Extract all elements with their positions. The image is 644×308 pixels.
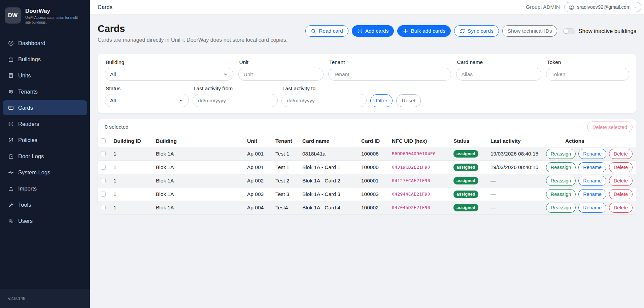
sidebar-item-label: Imports bbox=[18, 185, 37, 192]
sidebar-item-readers[interactable]: Readers bbox=[3, 116, 87, 131]
cell-status: assigned bbox=[453, 164, 490, 171]
button-label: Bulk add cards bbox=[411, 28, 445, 34]
cell-unit: Ap 004 bbox=[247, 205, 275, 211]
cell-actions: ReassignRenameDelete bbox=[565, 162, 633, 172]
sidebar-item-label: Buildings bbox=[18, 56, 41, 63]
delete-button[interactable]: Delete bbox=[609, 176, 633, 186]
sidebar-item-tenants[interactable]: Tenants bbox=[3, 84, 87, 99]
cell-nfc-uid: 047045D2E21F90 bbox=[392, 205, 453, 210]
status-badge: assigned bbox=[453, 150, 478, 158]
rename-button[interactable]: Rename bbox=[578, 162, 606, 172]
row-checkbox[interactable] bbox=[101, 178, 106, 183]
cell-unit: Ap 001 bbox=[247, 164, 275, 170]
cell-status: assigned bbox=[453, 150, 490, 158]
status-badge: assigned bbox=[453, 164, 478, 171]
sidebar-item-cards[interactable]: Cards bbox=[3, 100, 87, 115]
reassign-button[interactable]: Reassign bbox=[546, 162, 576, 172]
delete-button[interactable]: Delete bbox=[609, 189, 633, 199]
sidebar-item-policies[interactable]: Policies bbox=[3, 133, 87, 147]
sidebar-item-dashboard[interactable]: Dashboard bbox=[3, 36, 87, 50]
rename-button[interactable]: Rename bbox=[578, 203, 606, 213]
token-filter-field: Token bbox=[546, 59, 629, 81]
rename-button[interactable]: Rename bbox=[578, 189, 606, 199]
house-icon bbox=[8, 57, 14, 62]
select-all-checkbox[interactable] bbox=[101, 138, 106, 143]
header-actions: Read cardAdd cardsBulk add cardsSync car… bbox=[305, 25, 636, 37]
sidebar-item-label: System Logs bbox=[18, 169, 50, 176]
rename-button[interactable]: Rename bbox=[578, 176, 606, 186]
sidebar-item-system-logs[interactable]: System Logs bbox=[3, 165, 87, 180]
sidebar-item-label: Tools bbox=[18, 202, 31, 208]
sidebar-item-buildings[interactable]: Buildings bbox=[3, 52, 87, 67]
cell-status: assigned bbox=[453, 177, 490, 184]
column-header-building-id: Building ID bbox=[113, 138, 156, 144]
app-root: DW DoorWay UniFi Access automation for m… bbox=[0, 0, 644, 308]
sidebar-item-label: Cards bbox=[18, 105, 33, 111]
row-checkbox[interactable] bbox=[101, 151, 106, 156]
delete-button[interactable]: Delete bbox=[609, 203, 633, 213]
last-activity-from-input[interactable] bbox=[193, 94, 278, 107]
tenant-filter-input[interactable] bbox=[328, 68, 451, 81]
delete-button[interactable]: Delete bbox=[609, 162, 633, 172]
sidebar-item-users[interactable]: Users bbox=[3, 213, 87, 228]
reset-button[interactable]: Reset bbox=[396, 94, 421, 107]
reassign-button[interactable]: Reassign bbox=[546, 149, 576, 159]
last-activity-to-field: Last activity to bbox=[281, 85, 367, 107]
unit-filter-label: Unit bbox=[239, 59, 324, 65]
row-checkbox[interactable] bbox=[101, 192, 106, 197]
status-badge: assigned bbox=[453, 191, 478, 198]
cell-actions: ReassignRenameDelete bbox=[565, 189, 633, 199]
rename-button[interactable]: Rename bbox=[578, 149, 606, 159]
plus-icon bbox=[403, 28, 408, 34]
row-checkbox[interactable] bbox=[101, 205, 106, 210]
sidebar-item-tools[interactable]: Tools bbox=[3, 197, 87, 212]
column-header-actions: Actions bbox=[565, 138, 633, 144]
card-name-filter-input[interactable] bbox=[456, 68, 541, 81]
sidebar-item-imports[interactable]: Imports bbox=[3, 181, 87, 196]
building-filter-field: Building All bbox=[105, 59, 233, 81]
reassign-button[interactable]: Reassign bbox=[546, 176, 576, 186]
cell-actions: ReassignRenameDelete bbox=[565, 203, 633, 213]
cell-actions: ReassignRenameDelete bbox=[565, 176, 633, 186]
delete-selected-button[interactable]: Delete selected bbox=[587, 122, 633, 132]
sidebar-item-label: Policies bbox=[18, 137, 37, 143]
cell-tenant: Test 1 bbox=[275, 164, 302, 170]
column-header-card-name: Card name bbox=[302, 138, 361, 144]
sidebar-item-units[interactable]: Units bbox=[3, 68, 87, 83]
reassign-button[interactable]: Reassign bbox=[546, 203, 576, 213]
table-header-row: Building IDBuildingUnitTenantCard nameCa… bbox=[98, 135, 636, 147]
sidebar-item-door-logs[interactable]: Door Logs bbox=[3, 149, 87, 164]
sidebar-item-label: Readers bbox=[18, 121, 39, 127]
account-menu-button[interactable]: sradivoev92@gmail.com bbox=[564, 2, 641, 12]
last-activity-to-input[interactable] bbox=[281, 94, 367, 107]
token-filter-input[interactable] bbox=[546, 68, 629, 81]
show-inactive-buildings-toggle[interactable] bbox=[563, 28, 575, 34]
cell-card-id: 100000 bbox=[361, 164, 392, 170]
building-filter-select[interactable]: All bbox=[105, 68, 233, 81]
row-checkbox[interactable] bbox=[101, 165, 106, 170]
filter-button[interactable]: Filter bbox=[370, 94, 393, 107]
group-label: Group: ADMIN bbox=[526, 4, 560, 10]
cell-building: Blok 1A bbox=[156, 151, 247, 157]
reassign-button[interactable]: Reassign bbox=[546, 189, 576, 199]
read-card-button[interactable]: Read card bbox=[305, 25, 348, 37]
cell-building-id: 1 bbox=[113, 164, 156, 170]
door-icon bbox=[8, 153, 14, 159]
sync-cards-button[interactable]: Sync cards bbox=[454, 25, 499, 37]
table-toolbar: 0 selected Delete selected bbox=[98, 119, 636, 135]
tenant-filter-label: Tenant bbox=[329, 59, 451, 65]
content: Cards Cards are managed directly in UniF… bbox=[90, 14, 644, 308]
show-technical-ids-button[interactable]: Show technical IDs bbox=[502, 25, 557, 37]
add-cards-button[interactable]: Add cards bbox=[352, 25, 394, 37]
page-subtitle: Cards are managed directly in UniFi. Doo… bbox=[98, 37, 287, 43]
unit-filter-input[interactable] bbox=[238, 68, 324, 81]
button-label: Show technical IDs bbox=[508, 28, 552, 34]
cell-tenant: Test4 bbox=[275, 205, 302, 211]
sidebar-item-label: Units bbox=[18, 72, 31, 79]
cell-card-id: 100002 bbox=[361, 205, 392, 211]
delete-button[interactable]: Delete bbox=[609, 149, 633, 159]
bulk-add-cards-button[interactable]: Bulk add cards bbox=[397, 25, 451, 37]
status-filter-select[interactable]: All bbox=[105, 94, 189, 107]
page-title: Cards bbox=[98, 23, 287, 34]
breadcrumb[interactable]: Cards bbox=[98, 4, 112, 10]
